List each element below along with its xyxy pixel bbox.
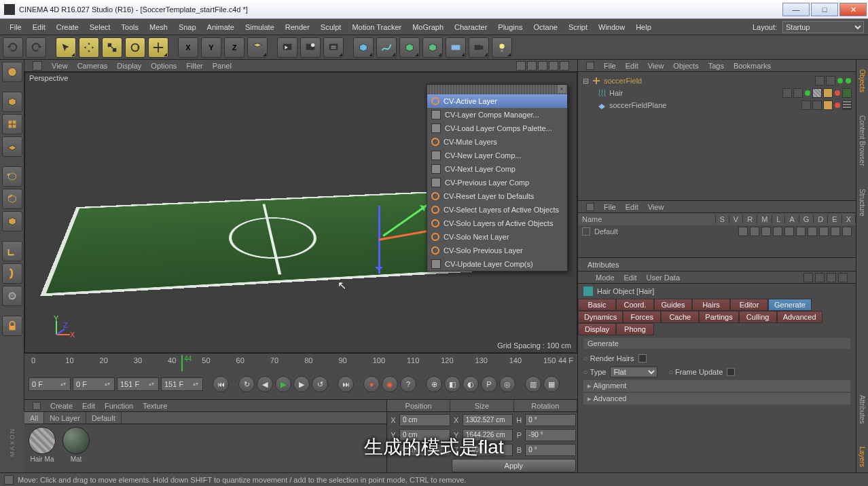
menu-character[interactable]: Character: [449, 19, 492, 35]
redo-button[interactable]: [26, 37, 46, 58]
primitive-cube[interactable]: [353, 37, 374, 58]
size-x-field[interactable]: 1302.527 cm: [463, 414, 513, 426]
attr-back-icon[interactable]: [803, 273, 813, 282]
key-scale-button[interactable]: ◧: [444, 376, 460, 392]
menu-motiontracker[interactable]: Motion Tracker: [346, 19, 407, 35]
attr-menu-userdata[interactable]: User Data: [647, 274, 681, 282]
tab-phong[interactable]: Phong: [616, 323, 654, 335]
fold-advanced[interactable]: Advanced: [583, 393, 850, 405]
x-axis-lock[interactable]: X: [178, 37, 198, 58]
attr-menu-icon[interactable]: [838, 273, 848, 282]
attr-menu-mode[interactable]: Mode: [596, 274, 615, 282]
goto-start-button[interactable]: ⏮: [213, 376, 229, 392]
layer-flag-icon[interactable]: [773, 227, 782, 236]
render-pv[interactable]: [300, 37, 321, 58]
filter-all[interactable]: All: [24, 412, 44, 424]
layer-row-default[interactable]: Default: [578, 225, 856, 238]
vtab-objects[interactable]: Objects: [858, 64, 866, 98]
type-select[interactable]: Flat: [610, 367, 657, 377]
vtab-attributes[interactable]: Attributes: [858, 390, 866, 429]
tab-editor[interactable]: Editor: [730, 299, 768, 311]
axis-mode[interactable]: [2, 241, 22, 261]
model-mode[interactable]: [2, 92, 22, 112]
layer-flag-icon[interactable]: [819, 227, 829, 236]
vp-menu-display[interactable]: Display: [117, 62, 141, 70]
light-tool[interactable]: [492, 37, 512, 58]
tab-advanced[interactable]: Advanced: [777, 311, 822, 323]
minimize-button[interactable]: —: [782, 3, 810, 16]
layers-menu-edit[interactable]: Edit: [626, 203, 638, 211]
frame-update-checkbox[interactable]: [727, 368, 735, 376]
timeline-ruler[interactable]: 0102030405060708090100110120130140150 44…: [24, 354, 577, 374]
timeline-settings-button[interactable]: ▥: [525, 376, 541, 392]
vp-grip-icon[interactable]: [33, 61, 42, 71]
ctx-cv-previous-layer-comp[interactable]: CV-Previous Layer Comp: [427, 176, 567, 189]
obj-menu-file[interactable]: File: [604, 62, 616, 70]
obj-menu-edit[interactable]: Edit: [626, 62, 638, 70]
workplane-mode[interactable]: [2, 136, 22, 157]
range-end-field[interactable]: 151 F▴▾: [161, 377, 203, 391]
play-button[interactable]: ▶: [275, 376, 291, 392]
menu-simulate[interactable]: Simulate: [240, 19, 280, 35]
ctx-cv-solo-layers[interactable]: CV-Solo Layers of Active Objects: [427, 217, 567, 230]
layers-menu-view[interactable]: View: [648, 203, 664, 211]
key-pos-button[interactable]: ⊕: [426, 376, 442, 392]
menu-select[interactable]: Select: [84, 19, 116, 35]
step-fwd-button[interactable]: ↺: [312, 376, 328, 392]
locked-workplane[interactable]: [2, 316, 22, 336]
menu-help[interactable]: Help: [630, 19, 657, 35]
timeline-dopesheet-button[interactable]: ▦: [543, 376, 560, 392]
layer-flag-icon[interactable]: [784, 227, 794, 236]
material-thumb[interactable]: Mat: [61, 427, 91, 463]
panel-grip-icon[interactable]: [33, 402, 41, 410]
ctx-cv-layer-comps-manager[interactable]: CV-Layer Comps Manager...: [427, 108, 567, 122]
record-button[interactable]: ●: [363, 376, 380, 392]
rot-h-field[interactable]: 0 °: [525, 414, 576, 426]
render-hairs-checkbox[interactable]: [638, 354, 647, 362]
next-frame-button[interactable]: ▶: [293, 376, 310, 392]
menu-window[interactable]: Window: [593, 19, 630, 35]
attr-fwd-icon[interactable]: [815, 273, 825, 282]
obj-menu-tags[interactable]: Tags: [708, 62, 724, 70]
layout-select[interactable]: Startup: [782, 21, 864, 33]
attr-up-icon[interactable]: [827, 273, 836, 282]
camera-tool[interactable]: [469, 37, 489, 58]
vp-nav-icon[interactable]: [560, 61, 569, 71]
tab-basic[interactable]: Basic: [578, 299, 616, 311]
vp-nav-icon[interactable]: [527, 61, 537, 71]
menu-octane[interactable]: Octane: [528, 19, 562, 35]
rotate-tool[interactable]: [125, 37, 145, 58]
range-start-field[interactable]: 0 F▴▾: [29, 377, 71, 391]
viewport-solo[interactable]: [2, 263, 22, 284]
vp-menu-options[interactable]: Options: [151, 62, 177, 70]
obj-menu-objects[interactable]: Objects: [673, 62, 698, 70]
maximize-button[interactable]: □: [811, 3, 838, 16]
ctx-cv-active-layer[interactable]: CV-Active Layer: [427, 94, 567, 108]
vtab-structure[interactable]: Structure: [858, 183, 866, 222]
tab-cache[interactable]: Cache: [661, 311, 699, 323]
deformer-tool[interactable]: [422, 37, 443, 58]
point-mode[interactable]: [2, 166, 22, 187]
texture-mode[interactable]: [2, 114, 22, 134]
undo-button[interactable]: [3, 37, 23, 58]
coord-system[interactable]: [247, 37, 268, 58]
render-settings[interactable]: [323, 37, 344, 58]
attr-menu-edit[interactable]: Edit: [624, 274, 637, 282]
keyframe-options-button[interactable]: ?: [400, 376, 416, 392]
context-menu-header[interactable]: ×: [427, 85, 567, 94]
z-axis-lock[interactable]: Z: [224, 37, 245, 58]
mat-menu-texture[interactable]: Texture: [143, 402, 167, 410]
menu-render[interactable]: Render: [280, 19, 315, 35]
filter-default[interactable]: Default: [86, 412, 122, 424]
material-thumb[interactable]: Hair Ma: [27, 427, 57, 463]
mat-menu-function[interactable]: Function: [105, 402, 133, 410]
goto-end-button[interactable]: ⏭: [338, 376, 354, 392]
render-view[interactable]: [277, 37, 297, 58]
snap-toggle[interactable]: S: [2, 286, 22, 306]
spline-tool[interactable]: [376, 37, 397, 58]
vp-menu-view[interactable]: View: [52, 62, 68, 70]
layers-menu-file[interactable]: File: [604, 203, 616, 211]
rot-b-field[interactable]: 0 °: [525, 444, 576, 456]
layer-flag-icon[interactable]: [761, 227, 771, 236]
layer-flag-icon[interactable]: [808, 227, 817, 236]
